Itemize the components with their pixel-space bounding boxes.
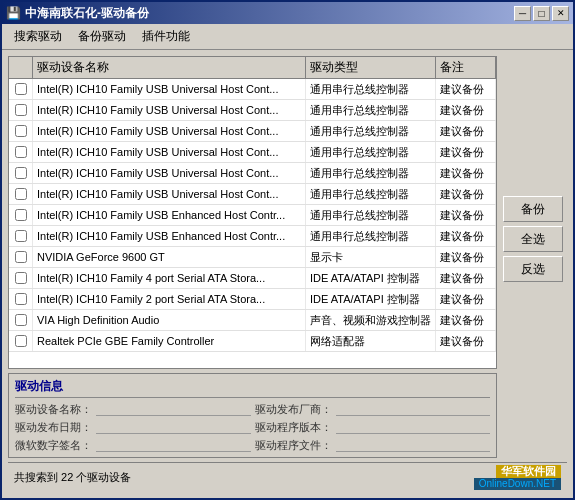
device-note: 建议备份 bbox=[436, 184, 496, 204]
invert-select-button[interactable]: 反选 bbox=[503, 256, 563, 282]
checkbox-input[interactable] bbox=[15, 293, 27, 305]
device-type: 显示卡 bbox=[306, 247, 436, 267]
device-name: Intel(R) ICH10 Family USB Universal Host… bbox=[33, 184, 306, 204]
table-row: Intel(R) ICH10 Family USB Universal Host… bbox=[9, 163, 496, 184]
maximize-button[interactable]: □ bbox=[533, 6, 550, 21]
main-layout: 驱动设备名称 驱动类型 备注 Intel(R) ICH10 Family USB… bbox=[8, 56, 567, 458]
window-title: 中海南联石化-驱动备份 bbox=[25, 5, 149, 22]
device-type: 通用串行总线控制器 bbox=[306, 226, 436, 246]
row-checkbox[interactable] bbox=[9, 79, 33, 99]
menu-search[interactable]: 搜索驱动 bbox=[6, 26, 70, 47]
row-checkbox[interactable] bbox=[9, 289, 33, 309]
row-checkbox[interactable] bbox=[9, 205, 33, 225]
title-buttons: ─ □ ✕ bbox=[514, 6, 569, 21]
checkbox-input[interactable] bbox=[15, 188, 27, 200]
table-row: Intel(R) ICH10 Family USB Universal Host… bbox=[9, 184, 496, 205]
device-type: 通用串行总线控制器 bbox=[306, 142, 436, 162]
device-note: 建议备份 bbox=[436, 121, 496, 141]
main-window: 💾 中海南联石化-驱动备份 ─ □ ✕ 搜索驱动 备份驱动 插件功能 驱动设备名… bbox=[0, 0, 575, 500]
device-name: Intel(R) ICH10 Family USB Universal Host… bbox=[33, 121, 306, 141]
row-checkbox[interactable] bbox=[9, 331, 33, 351]
checkbox-input[interactable] bbox=[15, 230, 27, 242]
device-note: 建议备份 bbox=[436, 289, 496, 309]
device-note: 建议备份 bbox=[436, 226, 496, 246]
info-field-value bbox=[96, 438, 251, 452]
table-row: Intel(R) ICH10 Family 2 port Serial ATA … bbox=[9, 289, 496, 310]
checkbox-input[interactable] bbox=[15, 83, 27, 95]
info-field-value bbox=[336, 420, 491, 434]
left-panel: 驱动设备名称 驱动类型 备注 Intel(R) ICH10 Family USB… bbox=[8, 56, 497, 458]
row-checkbox[interactable] bbox=[9, 100, 33, 120]
device-table: 驱动设备名称 驱动类型 备注 Intel(R) ICH10 Family USB… bbox=[8, 56, 497, 369]
checkbox-input[interactable] bbox=[15, 125, 27, 137]
device-type: 网络适配器 bbox=[306, 331, 436, 351]
device-note: 建议备份 bbox=[436, 205, 496, 225]
checkbox-input[interactable] bbox=[15, 314, 27, 326]
table-header: 驱动设备名称 驱动类型 备注 bbox=[9, 57, 496, 79]
col-type: 驱动类型 bbox=[306, 57, 436, 78]
content-area: 驱动设备名称 驱动类型 备注 Intel(R) ICH10 Family USB… bbox=[2, 50, 573, 498]
checkbox-input[interactable] bbox=[15, 272, 27, 284]
col-name: 驱动设备名称 bbox=[33, 57, 306, 78]
row-checkbox[interactable] bbox=[9, 184, 33, 204]
device-name: Intel(R) ICH10 Family USB Universal Host… bbox=[33, 163, 306, 183]
table-row: Intel(R) ICH10 Family 4 port Serial ATA … bbox=[9, 268, 496, 289]
device-name: Intel(R) ICH10 Family USB Universal Host… bbox=[33, 100, 306, 120]
title-bar-content: 💾 中海南联石化-驱动备份 bbox=[6, 5, 149, 22]
row-checkbox[interactable] bbox=[9, 247, 33, 267]
device-note: 建议备份 bbox=[436, 142, 496, 162]
device-type: 通用串行总线控制器 bbox=[306, 184, 436, 204]
status-text: 共搜索到 22 个驱动设备 bbox=[14, 470, 131, 485]
row-checkbox[interactable] bbox=[9, 226, 33, 246]
info-field-row: 驱动发布厂商： bbox=[255, 402, 491, 417]
info-field-row: 驱动设备名称： bbox=[15, 402, 251, 417]
checkbox-input[interactable] bbox=[15, 209, 27, 221]
device-note: 建议备份 bbox=[436, 268, 496, 288]
checkbox-input[interactable] bbox=[15, 335, 27, 347]
row-checkbox[interactable] bbox=[9, 310, 33, 330]
device-name: Intel(R) ICH10 Family USB Universal Host… bbox=[33, 142, 306, 162]
info-field-label: 微软数字签名： bbox=[15, 438, 92, 453]
device-name: Intel(R) ICH10 Family USB Enhanced Host … bbox=[33, 205, 306, 225]
device-type: IDE ATA/ATAPI 控制器 bbox=[306, 268, 436, 288]
device-type: 通用串行总线控制器 bbox=[306, 121, 436, 141]
device-type: IDE ATA/ATAPI 控制器 bbox=[306, 289, 436, 309]
device-name: Intel(R) ICH10 Family 2 port Serial ATA … bbox=[33, 289, 306, 309]
right-buttons-panel: 备份 全选 反选 bbox=[503, 56, 567, 458]
checkbox-input[interactable] bbox=[15, 167, 27, 179]
info-section-title: 驱动信息 bbox=[15, 378, 490, 398]
table-row: Intel(R) ICH10 Family USB Universal Host… bbox=[9, 100, 496, 121]
device-note: 建议备份 bbox=[436, 100, 496, 120]
info-field-row: 微软数字签名： bbox=[15, 438, 251, 453]
driver-info-section: 驱动信息 驱动设备名称：驱动发布厂商：驱动发布日期：驱动程序版本：微软数字签名：… bbox=[8, 373, 497, 458]
device-name: NVIDIA GeForce 9600 GT bbox=[33, 247, 306, 267]
close-button[interactable]: ✕ bbox=[552, 6, 569, 21]
row-checkbox[interactable] bbox=[9, 142, 33, 162]
row-checkbox[interactable] bbox=[9, 121, 33, 141]
select-all-button[interactable]: 全选 bbox=[503, 226, 563, 252]
menu-backup[interactable]: 备份驱动 bbox=[70, 26, 134, 47]
info-field-label: 驱动发布日期： bbox=[15, 420, 92, 435]
row-checkbox[interactable] bbox=[9, 268, 33, 288]
backup-button[interactable]: 备份 bbox=[503, 196, 563, 222]
table-row: Realtek PCIe GBE Family Controller网络适配器建… bbox=[9, 331, 496, 352]
row-checkbox[interactable] bbox=[9, 163, 33, 183]
info-field-label: 驱动程序版本： bbox=[255, 420, 332, 435]
menu-plugin[interactable]: 插件功能 bbox=[134, 26, 198, 47]
info-fields: 驱动设备名称：驱动发布厂商：驱动发布日期：驱动程序版本：微软数字签名：驱动程序文… bbox=[15, 402, 490, 453]
device-name: Intel(R) ICH10 Family 4 port Serial ATA … bbox=[33, 268, 306, 288]
window-icon: 💾 bbox=[6, 6, 21, 20]
device-note: 建议备份 bbox=[436, 247, 496, 267]
device-note: 建议备份 bbox=[436, 163, 496, 183]
minimize-button[interactable]: ─ bbox=[514, 6, 531, 21]
info-field-label: 驱动发布厂商： bbox=[255, 402, 332, 417]
checkbox-input[interactable] bbox=[15, 146, 27, 158]
info-field-value bbox=[336, 438, 491, 452]
menu-bar: 搜索驱动 备份驱动 插件功能 bbox=[2, 24, 573, 50]
device-type: 通用串行总线控制器 bbox=[306, 163, 436, 183]
device-name: Intel(R) ICH10 Family USB Universal Host… bbox=[33, 79, 306, 99]
checkbox-input[interactable] bbox=[15, 104, 27, 116]
info-field-row: 驱动程序版本： bbox=[255, 420, 491, 435]
device-type: 通用串行总线控制器 bbox=[306, 205, 436, 225]
checkbox-input[interactable] bbox=[15, 251, 27, 263]
